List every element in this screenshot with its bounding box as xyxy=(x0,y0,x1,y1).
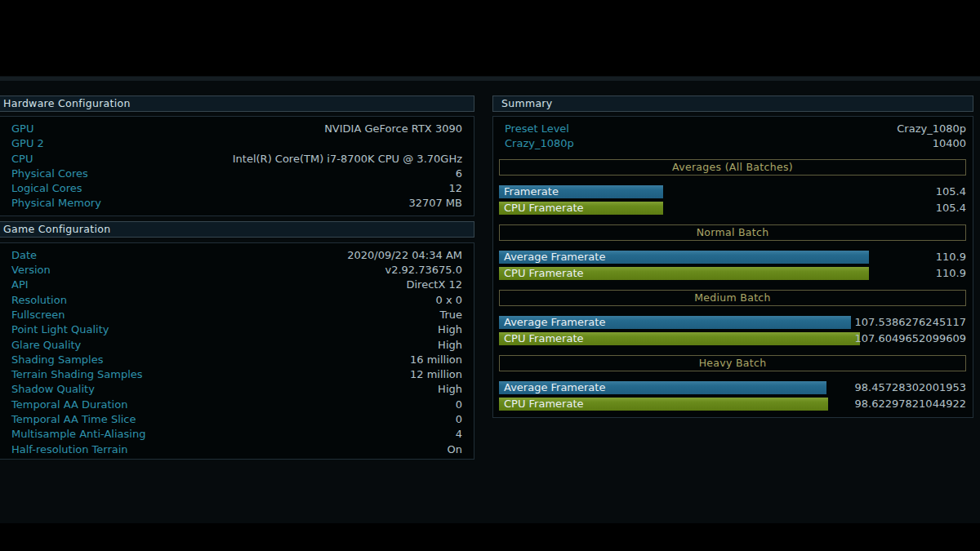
benchmark-results-screen: Hardware Configuration GPU NVIDIA GeForc… xyxy=(0,0,980,551)
config-label: Date xyxy=(11,248,37,263)
config-row: Date 2020/09/22 04:34 AM xyxy=(0,248,474,263)
game-configuration-title: Game Configuration xyxy=(3,223,110,235)
config-row: GPU NVIDIA GeForce RTX 3090 xyxy=(0,122,474,136)
bar-label: Average Framerate xyxy=(499,251,966,264)
config-row: Glare Quality High xyxy=(0,338,474,353)
config-row: Version v2.92.73675.0 xyxy=(0,263,474,278)
summary-title: Summary xyxy=(501,97,553,109)
batch-heading-heavy: Heavy Batch xyxy=(499,355,966,371)
config-value: Intel(R) Core(TM) i7-8700K CPU @ 3.70GHz xyxy=(233,152,462,167)
bar-value: 110.9 xyxy=(936,267,966,280)
config-label: Temporal AA Time Slice xyxy=(11,412,136,427)
bar-value: 98.62297821044922 xyxy=(855,398,966,411)
framerate-bar-row: Average Framerate 98.45728302001953 xyxy=(499,381,966,394)
summary-row: Preset Level Crazy_1080p xyxy=(499,122,966,136)
cpu-framerate-bar-row: CPU Framerate 105.4 xyxy=(499,202,966,215)
config-label: CPU xyxy=(11,152,33,167)
config-row: Physical Cores 6 xyxy=(0,167,474,181)
config-row: Resolution 0 x 0 xyxy=(0,293,474,308)
config-row: Terrain Shading Samples 12 million xyxy=(0,367,474,382)
config-value: 16 million xyxy=(410,353,462,367)
config-value: 6 xyxy=(456,167,462,181)
config-label: Multisample Anti-Aliasing xyxy=(11,427,145,442)
batch-bars-heavy: Average Framerate 98.45728302001953 CPU … xyxy=(499,381,966,411)
config-label: Logical Cores xyxy=(11,181,82,196)
bar-value: 105.4 xyxy=(936,202,966,215)
config-row: Temporal AA Time Slice 0 xyxy=(0,412,474,427)
config-row: Point Light Quality High xyxy=(0,322,474,337)
bar-value: 105.4 xyxy=(936,185,966,198)
framerate-bar-row: Average Framerate 107.5386276245117 xyxy=(499,316,966,329)
config-label: Half-resolution Terrain xyxy=(11,442,128,457)
config-label: Resolution xyxy=(11,293,67,308)
config-value: 0 xyxy=(456,412,462,427)
summary-label: Crazy_1080p xyxy=(505,136,574,151)
config-label: Glare Quality xyxy=(11,338,81,353)
summary-panel: Preset Level Crazy_1080p Crazy_1080p 104… xyxy=(492,116,973,418)
config-row: Shadow Quality High xyxy=(0,382,474,397)
config-label: Temporal AA Duration xyxy=(11,398,127,412)
batch-bars-averages: Framerate 105.4 CPU Framerate 105.4 xyxy=(499,185,966,215)
config-value: 12 xyxy=(448,181,462,196)
batch-bars-normal: Average Framerate 110.9 CPU Framerate 11… xyxy=(499,251,966,280)
summary-row: Crazy_1080p 10400 xyxy=(499,136,966,151)
cpu-framerate-bar-row: CPU Framerate 107.6049652099609 xyxy=(499,332,966,345)
hardware-configuration-panel: GPU NVIDIA GeForce RTX 3090 GPU 2 CPU In… xyxy=(0,116,474,216)
cpu-framerate-bar-row: CPU Framerate 110.9 xyxy=(499,267,966,280)
config-row: Shading Samples 16 million xyxy=(0,353,474,367)
config-value: High xyxy=(438,322,462,337)
bar-value: 110.9 xyxy=(936,251,966,264)
config-value: NVIDIA GeForce RTX 3090 xyxy=(324,122,462,136)
config-value: 0 xyxy=(456,398,462,412)
summary-header: Summary xyxy=(492,96,973,112)
config-value: True xyxy=(439,308,462,322)
config-label: Point Light Quality xyxy=(11,322,109,337)
config-label: Physical Memory xyxy=(11,196,101,211)
config-label: GPU 2 xyxy=(11,136,44,151)
config-value: 12 million xyxy=(410,367,462,382)
config-label: Version xyxy=(11,263,51,278)
framerate-bar-row: Framerate 105.4 xyxy=(499,185,966,198)
bar-value: 107.5386276245117 xyxy=(855,316,966,329)
config-row: Half-resolution Terrain On xyxy=(0,442,474,457)
bar-value: 107.6049652099609 xyxy=(855,332,966,345)
summary-label: Preset Level xyxy=(505,122,569,136)
config-row: Fullscreen True xyxy=(0,308,474,322)
bar-label: CPU Framerate xyxy=(499,202,966,215)
config-row: GPU 2 xyxy=(0,136,474,151)
hardware-configuration-title: Hardware Configuration xyxy=(3,97,131,109)
right-column: Summary Preset Level Crazy_1080p Crazy_1… xyxy=(492,96,973,418)
summary-value: Crazy_1080p xyxy=(897,122,966,136)
config-value: 4 xyxy=(456,427,462,442)
config-row: Physical Memory 32707 MB xyxy=(0,196,474,211)
summary-value: 10400 xyxy=(933,136,966,151)
config-label: Shading Samples xyxy=(11,353,103,367)
config-label: Physical Cores xyxy=(11,167,88,181)
game-configuration-header: Game Configuration xyxy=(0,221,474,238)
config-label: Terrain Shading Samples xyxy=(11,367,143,382)
config-row: Temporal AA Duration 0 xyxy=(0,398,474,412)
config-value: On xyxy=(448,442,462,457)
config-value: 2020/09/22 04:34 AM xyxy=(347,248,462,263)
cpu-framerate-bar-row: CPU Framerate 98.62297821044922 xyxy=(499,398,966,411)
config-row: Multisample Anti-Aliasing 4 xyxy=(0,427,474,442)
config-value: High xyxy=(438,338,462,353)
batch-heading-medium: Medium Batch xyxy=(499,290,966,306)
config-value: High xyxy=(438,382,462,397)
config-label: Fullscreen xyxy=(11,308,65,322)
config-row: Logical Cores 12 xyxy=(0,181,474,196)
config-value: DirectX 12 xyxy=(406,278,462,292)
framerate-bar-row: Average Framerate 110.9 xyxy=(499,251,966,264)
hardware-configuration-header: Hardware Configuration xyxy=(0,96,474,112)
game-configuration-panel: Date 2020/09/22 04:34 AM Version v2.92.7… xyxy=(0,242,474,460)
bar-value: 98.45728302001953 xyxy=(855,381,966,394)
config-label: GPU xyxy=(11,122,33,136)
config-value: 0 x 0 xyxy=(436,293,463,308)
config-row: API DirectX 12 xyxy=(0,278,474,292)
config-value: v2.92.73675.0 xyxy=(385,263,462,278)
batch-bars-medium: Average Framerate 107.5386276245117 CPU … xyxy=(499,316,966,345)
config-label: Shadow Quality xyxy=(11,382,95,397)
config-row: CPU Intel(R) Core(TM) i7-8700K CPU @ 3.7… xyxy=(0,152,474,167)
config-label: API xyxy=(11,278,29,292)
config-value: 32707 MB xyxy=(408,196,462,211)
